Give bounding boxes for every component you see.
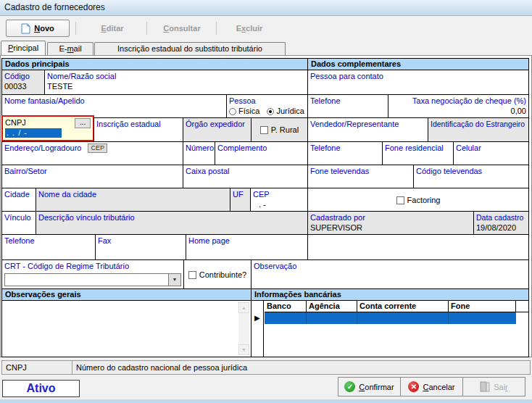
grid-selected-row[interactable] <box>265 312 516 324</box>
tab-principal[interactable]: Principal <box>1 41 46 55</box>
field-codigo-televendas[interactable]: Código televendas <box>413 165 529 188</box>
field-empty-right <box>307 234 529 260</box>
new-button-label: Novo <box>34 24 54 33</box>
field-fone-televendas[interactable]: Fone televendas <box>307 165 414 188</box>
vertical-scrollbar[interactable]: ▲ ▼ <box>238 302 249 355</box>
section-header-dados-principais: Dados principais <box>1 58 308 70</box>
confirm-button[interactable]: ✓ Confirmar <box>338 377 401 396</box>
field-cep[interactable]: CEP . - <box>250 188 308 212</box>
new-button[interactable]: Novo <box>6 20 70 37</box>
field-vendedor[interactable]: Vendedor/Representante <box>307 117 428 142</box>
grid-row-pointer-icon: ▶ <box>254 314 260 322</box>
factoring-checkbox[interactable] <box>396 196 404 204</box>
tab-email[interactable]: E-mail <box>47 42 93 55</box>
combo-dropdown-icon[interactable]: ▼ <box>168 274 180 286</box>
field-contribuinte: Contribuinte? <box>183 259 252 289</box>
field-taxa-cheque[interactable]: Taxa negociação de cheque (%) 0,00 <box>388 94 529 118</box>
exit-button: Sair <box>462 377 525 396</box>
scroll-up-icon[interactable]: ▲ <box>238 302 249 313</box>
field-telefone[interactable]: Telefone <box>1 234 96 260</box>
cep-lookup-button[interactable]: CEP <box>88 144 107 153</box>
field-p-rural: P. Rural <box>251 117 308 142</box>
grid-indicator-column <box>252 301 264 357</box>
field-inscricao-estadual[interactable]: Inscrição estadual <box>93 117 183 142</box>
field-codigo: Código 00033 <box>1 70 45 95</box>
field-id-estrangeiro: Identificação do Estrangeiro <box>428 117 529 142</box>
field-cadastrado-por: Cadastrado por SUPERVISOR <box>307 211 474 235</box>
statusbar-field-hint: Número do cadastro nacional de pessoa ju… <box>72 360 531 375</box>
toolbar-separator <box>75 22 76 35</box>
status-badge-ativo: Ativo <box>2 380 80 397</box>
grid-header-agencia: Agência <box>307 301 357 312</box>
exit-door-icon <box>480 381 490 392</box>
field-descricao-vinculo: Descrição vínculo tributário <box>36 211 308 235</box>
field-orgao-expedidor: Órgão expedidor <box>183 117 252 142</box>
field-endereco[interactable]: Endereço/Logradouro CEP <box>1 141 183 165</box>
grid-header-fone: Fone <box>449 301 516 312</box>
grid-header-filler <box>516 301 528 312</box>
section-header-observacoes-gerais: Observações gerais <box>1 288 252 301</box>
toolbar: Novo Editar Consultar Excluir <box>0 16 532 41</box>
tab-inscricao-estadual-substituto[interactable]: Inscrição estadual do substituto tributá… <box>94 42 286 55</box>
field-caixa-postal[interactable]: Caixa postal <box>183 165 308 188</box>
field-data-cadastro: Data cadastro 19/08/2020 <box>473 211 529 235</box>
delete-button: Excluir <box>221 20 278 37</box>
field-homepage[interactable]: Home page <box>186 234 308 260</box>
field-celular[interactable]: Celular <box>453 141 529 165</box>
footer-buttons: ✓ Confirmar ✕ Cancelar Sair <box>338 377 525 397</box>
radio-juridica[interactable] <box>267 108 274 115</box>
section-header-dados-complementares: Dados complementares <box>307 58 529 70</box>
field-numero[interactable]: Número <box>183 141 215 165</box>
field-factoring: Factoring <box>307 188 529 212</box>
field-observacao[interactable]: Observação <box>251 259 529 289</box>
field-pessoa: Pessoa Física Jurídica <box>226 94 308 118</box>
supplier-registration-window: Cadastro de fornecedores Novo Editar Con… <box>0 0 532 403</box>
cancel-x-icon: ✕ <box>408 381 419 392</box>
field-fone-residencial[interactable]: Fone residencial <box>382 141 454 165</box>
observacoes-gerais-textarea[interactable]: ▲ ▼ <box>1 300 252 357</box>
field-nome-cidade: Nome da cidade <box>36 188 230 212</box>
new-document-icon <box>21 23 30 34</box>
window-title: Cadastro de fornecedores <box>4 2 105 12</box>
consult-button: Consultar <box>151 20 213 37</box>
grid-header-banco: Banco <box>265 301 307 312</box>
field-telefone-contato[interactable]: Telefone <box>307 94 388 118</box>
crt-combobox[interactable]: ▼ <box>4 273 181 286</box>
radio-fisica[interactable] <box>229 108 236 115</box>
confirm-check-icon: ✓ <box>344 381 355 392</box>
field-telefone-2[interactable]: Telefone <box>307 141 383 165</box>
scroll-down-icon[interactable]: ▼ <box>238 344 249 355</box>
toolbar-separator <box>216 22 217 35</box>
field-razao-social[interactable]: Nome/Razão social TESTE <box>44 70 308 95</box>
cnpj-input-mask[interactable]: . . / - <box>5 128 62 138</box>
field-fax[interactable]: Fax <box>95 234 186 260</box>
field-crt: CRT - Código de Regime Tributário ▼ <box>1 259 184 289</box>
field-vinculo[interactable]: Vínculo <box>1 211 36 235</box>
statusbar-field-name: CNPJ <box>1 360 72 375</box>
field-uf: UF <box>230 188 251 212</box>
p-rural-checkbox[interactable] <box>260 126 268 134</box>
edit-button: Editar <box>81 20 144 37</box>
field-bairro[interactable]: Bairro/Setor <box>1 165 183 188</box>
bank-info-grid[interactable]: Banco Agência Conta corrente Fone ▶ <box>251 300 529 357</box>
grid-header-conta-corrente: Conta corrente <box>357 301 449 312</box>
field-pessoa-contato[interactable]: Pessoa para contato <box>307 70 529 95</box>
contribuinte-checkbox[interactable] <box>188 271 196 279</box>
section-header-informacoes-bancarias: Informações bancárias <box>251 288 529 301</box>
cancel-button[interactable]: ✕ Cancelar <box>400 377 463 396</box>
field-cidade[interactable]: Cidade <box>1 188 36 212</box>
tab-bar: Principal E-mail Inscrição estadual do s… <box>0 41 532 55</box>
field-cnpj[interactable]: CNPJ . . / - ... <box>1 115 94 141</box>
toolbar-separator <box>146 22 147 35</box>
cnpj-lookup-button[interactable]: ... <box>75 118 91 128</box>
window-bottom-border <box>0 399 532 403</box>
window-titlebar: Cadastro de fornecedores <box>0 0 532 16</box>
field-complemento[interactable]: Complemento <box>215 141 308 165</box>
